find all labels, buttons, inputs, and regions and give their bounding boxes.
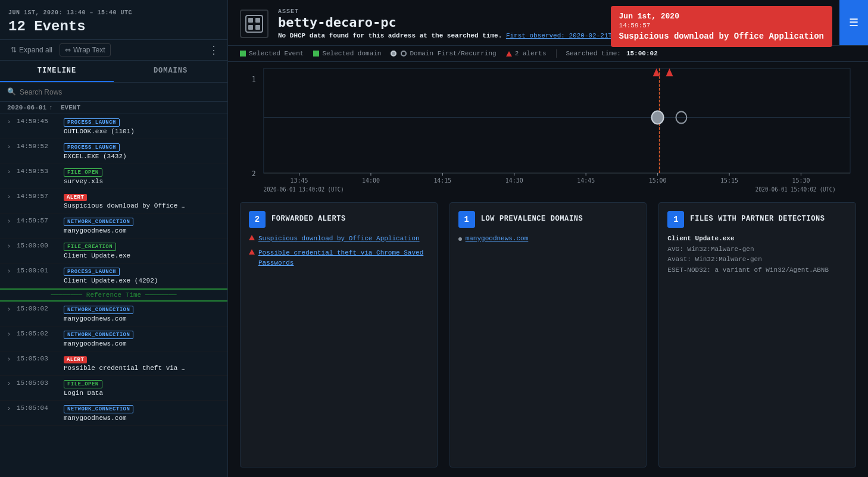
event-text: survey.xls bbox=[64, 178, 195, 185]
event-detail: NETWORK_CONNECTION manygoodnews.com bbox=[64, 305, 220, 322]
section-content: Client Update.exe AVG: Win32:Malware-gen… bbox=[667, 234, 847, 279]
section-title: LOW PREVALENCE DOMAINS bbox=[481, 215, 583, 224]
tab-timeline[interactable]: TIMELINE bbox=[0, 61, 114, 82]
event-time: 14:59:53 bbox=[17, 168, 61, 175]
section-title: FORWARDED ALERTS bbox=[271, 215, 346, 224]
svg-text:14:30: 14:30 bbox=[505, 177, 523, 184]
section-number: 2 bbox=[249, 211, 266, 228]
tooltip-title: Suspicious download by Office Applicatio… bbox=[619, 32, 824, 41]
event-badge: NETWORK_CONNECTION bbox=[64, 405, 133, 413]
file-name: Client Update.exe bbox=[667, 234, 847, 244]
alert-triangle-2 bbox=[666, 68, 673, 76]
events-list: › 14:59:45 PROCESS_LAUNCH OUTLOOK.exe (1… bbox=[0, 114, 227, 477]
event-row[interactable]: › 15:05:03 ALERT Possible credential the… bbox=[0, 352, 227, 376]
tab-domains[interactable]: DOMAINS bbox=[114, 61, 227, 82]
event-row[interactable]: › 15:05:04 NETWORK_CONNECTION manygoodne… bbox=[0, 401, 227, 426]
sort-icon[interactable]: ↑ bbox=[49, 104, 53, 111]
alert-link[interactable]: Suspicious download by Office Applicatio… bbox=[258, 234, 420, 244]
svg-text:14:15: 14:15 bbox=[433, 177, 451, 184]
alert-item: Suspicious download by Office Applicatio… bbox=[249, 234, 429, 244]
svg-rect-3 bbox=[248, 25, 253, 30]
section-title: FILES WITH PARTNER DETECTIONS bbox=[690, 215, 825, 224]
date-label: 2020-06-01 bbox=[7, 104, 46, 111]
event-detail: FILE_OPEN survey.xls bbox=[64, 168, 220, 185]
left-header: JUN 1ST, 2020: 13:40 – 15:40 UTC 12 Even… bbox=[0, 0, 227, 40]
event-badge: ALERT bbox=[64, 356, 87, 363]
search-input[interactable] bbox=[20, 88, 220, 96]
svg-rect-4 bbox=[255, 25, 260, 30]
reference-line: ──────── Reference Time ──────── bbox=[51, 291, 176, 299]
wrap-icon: ⇔ bbox=[65, 46, 71, 54]
event-text: manygoodnews.com bbox=[64, 340, 195, 347]
expand-icon: ⇅ bbox=[11, 46, 17, 54]
search-wrapper: 🔍 bbox=[7, 87, 220, 96]
col-event-header: EVENT bbox=[61, 104, 220, 111]
event-text: manygoodnews.com bbox=[64, 415, 195, 422]
event-time: 15:00:00 bbox=[17, 242, 61, 249]
domain-link[interactable]: manygoodnews.com bbox=[466, 234, 529, 244]
event-row[interactable]: › 15:05:02 NETWORK_CONNECTION manygoodne… bbox=[0, 327, 227, 352]
svg-text:15:30: 15:30 bbox=[792, 177, 810, 184]
event-detail: PROCESS_LAUNCH Client Update.exe (4292) bbox=[64, 267, 220, 284]
detection-text: AVG: Win32:Malware-gen bbox=[667, 244, 847, 255]
legend-selected-domain: Selected domain bbox=[313, 50, 381, 57]
chevron-icon: › bbox=[7, 406, 14, 412]
filter-button[interactable]: ☰ bbox=[839, 0, 868, 45]
event-row[interactable]: › 14:59:52 PROCESS_LAUNCH EXCEL.EXE (343… bbox=[0, 139, 227, 164]
svg-rect-8 bbox=[264, 68, 850, 173]
event-badge: FILE_OPEN bbox=[64, 380, 102, 388]
section-header: 1 FILES WITH PARTNER DETECTIONS bbox=[667, 211, 847, 228]
legend-domain-first: Domain First/Recurring bbox=[391, 50, 496, 57]
event-time: 14:59:52 bbox=[17, 143, 61, 150]
event-row[interactable]: › 15:00:02 NETWORK_CONNECTION manygoodne… bbox=[0, 302, 227, 327]
alert-triangle-icon bbox=[249, 249, 255, 255]
right-panel: ASSET betty-decaro-pc No DHCP data found… bbox=[228, 0, 868, 477]
detection-text: ESET-NOD32: a variant of Win32/Agent.ABN… bbox=[667, 265, 847, 276]
svg-text:15:15: 15:15 bbox=[720, 177, 738, 184]
event-time: 15:05:03 bbox=[17, 355, 61, 362]
tabs: TIMELINE DOMAINS bbox=[0, 61, 227, 83]
chevron-icon: › bbox=[7, 356, 14, 363]
event-text: Suspicious download by Office … bbox=[64, 202, 195, 209]
svg-text:13:45: 13:45 bbox=[291, 177, 308, 184]
event-text: Client Update.exe bbox=[64, 252, 195, 259]
expand-all-button[interactable]: ⇅ Expand all bbox=[8, 45, 55, 55]
section-number: 1 bbox=[667, 211, 684, 228]
chevron-icon: › bbox=[7, 381, 14, 387]
event-text: manygoodnews.com bbox=[64, 227, 195, 234]
chevron-icon: › bbox=[7, 268, 14, 275]
event-badge: FILE_OPEN bbox=[64, 168, 102, 177]
event-row[interactable]: › 14:59:57 ALERT Suspicious download by … bbox=[0, 189, 227, 214]
legend-divider bbox=[556, 49, 557, 58]
svg-text:15:00: 15:00 bbox=[649, 177, 667, 184]
event-badge: PROCESS_LAUNCH bbox=[64, 143, 120, 152]
search-row: 🔍 bbox=[0, 83, 227, 102]
event-row[interactable]: › 15:00:01 PROCESS_LAUNCH Client Update.… bbox=[0, 263, 227, 288]
more-options-button[interactable]: ⋮ bbox=[208, 45, 219, 55]
timeline-header: 2020-06-01 ↑ EVENT bbox=[0, 102, 227, 114]
tooltip-date: Jun 1st, 2020 bbox=[619, 12, 824, 21]
event-row[interactable]: › 14:59:45 PROCESS_LAUNCH OUTLOOK.exe (1… bbox=[0, 114, 227, 139]
event-row[interactable]: › 15:05:03 FILE_OPEN Login Data bbox=[0, 376, 227, 401]
event-text: EXCEL.EXE (3432) bbox=[64, 153, 195, 160]
wrap-text-button[interactable]: ⇔ Wrap Text bbox=[60, 43, 111, 57]
event-badge: NETWORK_CONNECTION bbox=[64, 306, 133, 314]
svg-rect-2 bbox=[255, 18, 260, 23]
alert-triangle-icon bbox=[249, 235, 255, 240]
event-row[interactable]: › 15:00:00 FILE_CREATION Client Update.e… bbox=[0, 238, 227, 263]
files-partner-detections-card: 1 FILES WITH PARTNER DETECTIONS Client U… bbox=[658, 202, 856, 467]
legend-alerts: 2 alerts bbox=[506, 50, 547, 57]
event-row[interactable]: › 14:59:53 FILE_OPEN survey.xls bbox=[0, 164, 227, 189]
low-prevalence-domains-card: 1 LOW PREVALENCE DOMAINS manygoodnews.co… bbox=[449, 202, 647, 467]
event-time: 15:05:03 bbox=[17, 379, 61, 387]
domain-dot-filled bbox=[652, 111, 664, 124]
forwarded-alerts-card: 2 FORWARDED ALERTS Suspicious download b… bbox=[240, 202, 438, 467]
legend-searched-time: Searched time: 15:00:02 bbox=[566, 50, 658, 57]
event-count: 12 Events bbox=[8, 18, 219, 34]
event-badge: NETWORK_CONNECTION bbox=[64, 331, 133, 339]
alert-link[interactable]: Possible credential theft via Chrome Sav… bbox=[258, 248, 429, 269]
event-time: 15:00:02 bbox=[17, 305, 61, 312]
event-row[interactable]: › 14:59:57 NETWORK_CONNECTION manygoodne… bbox=[0, 214, 227, 238]
svg-text:1: 1 bbox=[252, 74, 256, 83]
domain-dot-swatch bbox=[391, 51, 396, 57]
